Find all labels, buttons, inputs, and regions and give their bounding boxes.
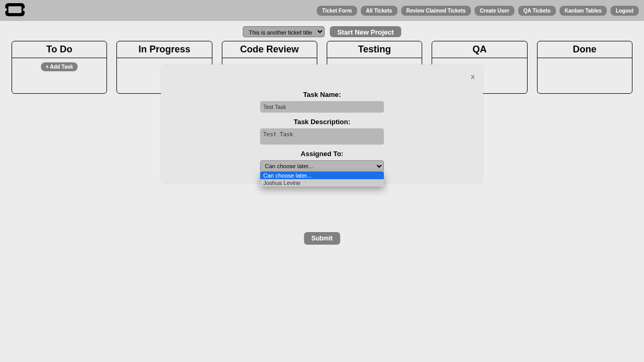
nav-ticket-form[interactable]: Ticket Form — [317, 6, 357, 16]
topbar: Ticket Form All Tickets Review Claimed T… — [0, 0, 644, 21]
column-body — [538, 58, 632, 67]
column-header: In Progress — [117, 41, 211, 58]
nav-logout[interactable]: Logout — [610, 6, 639, 16]
toolbar: This is another ticket title Start New P… — [0, 21, 644, 41]
project-select[interactable]: This is another ticket title — [243, 26, 325, 37]
column-header: Code Review — [222, 41, 317, 58]
task-desc-input[interactable] — [260, 128, 384, 145]
assigned-select-wrap: Can choose later... Can choose later... … — [260, 160, 384, 172]
add-task-modal: X Task Name: Task Description: Assigned … — [161, 64, 483, 183]
assigned-to-select[interactable]: Can choose later... — [260, 160, 384, 172]
task-name-label: Task Name: — [303, 91, 341, 98]
nav-kanban-tables[interactable]: Kanban Tables — [560, 6, 607, 16]
nav-all-tickets[interactable]: All Tickets — [361, 6, 398, 16]
add-task-button[interactable]: + Add Task — [41, 62, 78, 71]
column-body: + Add Task — [12, 58, 106, 75]
task-desc-label: Task Description: — [294, 118, 350, 126]
column-todo: To Do + Add Task — [12, 41, 107, 94]
column-header: To Do — [12, 41, 106, 58]
nav-qa-tickets[interactable]: QA Tickets — [518, 6, 556, 16]
submit-button[interactable]: Submit — [304, 232, 340, 245]
logo — [5, 3, 25, 18]
ticket-logo-icon — [5, 3, 25, 16]
modal-content: Task Name: Task Description: Assigned To… — [161, 64, 483, 172]
assigned-to-label: Assigned To: — [300, 150, 343, 158]
start-new-project-button[interactable]: Start New Project — [330, 26, 401, 37]
dropdown-option-placeholder[interactable]: Can choose later... — [260, 172, 384, 179]
nav-buttons: Ticket Form All Tickets Review Claimed T… — [317, 6, 639, 16]
nav-review-claimed[interactable]: Review Claimed Tickets — [401, 6, 471, 16]
task-name-input[interactable] — [260, 101, 384, 113]
dropdown-option-user[interactable]: Joshua Levine — [260, 179, 384, 187]
svg-rect-1 — [8, 6, 22, 13]
column-header: QA — [432, 41, 527, 58]
column-header: Testing — [327, 41, 422, 58]
assigned-dropdown: Can choose later... Joshua Levine — [260, 172, 384, 187]
modal-close-button[interactable]: X — [471, 74, 475, 80]
column-header: Done — [538, 41, 632, 58]
nav-create-user[interactable]: Create User — [475, 6, 514, 16]
column-done: Done — [537, 41, 632, 94]
